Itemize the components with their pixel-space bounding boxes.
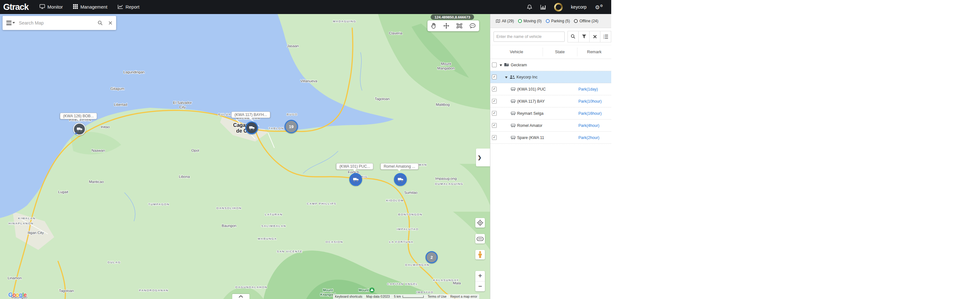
group-row[interactable]: Geckram bbox=[490, 59, 611, 71]
username[interactable]: keycorp bbox=[571, 5, 587, 9]
app-logo[interactable]: Gtrack bbox=[3, 2, 29, 12]
map-search-icon[interactable] bbox=[98, 21, 103, 25]
nav-management[interactable]: Management bbox=[73, 4, 108, 10]
zoom-out-button[interactable]: − bbox=[475, 281, 485, 292]
monitor-icon bbox=[40, 4, 45, 10]
map-place-label: DALWANGAN bbox=[405, 263, 430, 266]
map-base-layer: MADAGUINGBULUAMACABALANBUGOTABLONPOBLACI… bbox=[0, 14, 490, 299]
vehicle-marker[interactable] bbox=[245, 122, 258, 134]
vehicle-search-input[interactable] bbox=[493, 32, 565, 42]
map-place-label: Manticao bbox=[89, 180, 104, 184]
vehicle-label-bubble[interactable]: (KWA 117) BAYH... bbox=[231, 112, 270, 118]
move-icon[interactable] bbox=[444, 23, 449, 29]
vehicle-marker[interactable] bbox=[73, 123, 86, 136]
column-separator bbox=[542, 48, 543, 56]
pegman-icon bbox=[478, 251, 482, 258]
clear-button[interactable] bbox=[590, 31, 600, 43]
filter-all[interactable]: All (29) bbox=[496, 19, 514, 23]
vehicle-row[interactable]: ✓Romel AmatorPark(4hour) bbox=[490, 120, 611, 132]
row-checkbox[interactable]: ✓ bbox=[492, 99, 497, 104]
nav-report[interactable]: Report bbox=[118, 5, 140, 10]
map-place-label: SAN VICENTE bbox=[277, 250, 302, 253]
nav-monitor[interactable]: Monitor bbox=[40, 4, 63, 10]
vehicle-row[interactable]: ✓Reymart SelgaPark(16hour) bbox=[490, 108, 611, 120]
map-search-clear-icon[interactable] bbox=[108, 21, 112, 25]
vehicle-search-buttons: 123 bbox=[568, 31, 611, 43]
message-icon[interactable] bbox=[469, 23, 476, 28]
vehicle-label-bubble[interactable]: (KWA 126) BOB... bbox=[60, 113, 97, 119]
measure-button[interactable] bbox=[475, 234, 485, 244]
row-checkbox[interactable]: ✓ bbox=[492, 74, 497, 79]
vehicle-row[interactable]: ✓(KWA 101) PUCPark(1day) bbox=[490, 83, 611, 95]
vehicle-cluster-badge[interactable]: 2 bbox=[426, 251, 438, 263]
list-order-button[interactable]: 123 bbox=[600, 31, 611, 43]
tree-expand-caret[interactable] bbox=[505, 76, 508, 78]
filter-moving[interactable]: Moving (0) bbox=[518, 19, 542, 23]
column-vehicle[interactable]: Vehicle bbox=[510, 49, 523, 54]
map-place-label: TUMPAGON bbox=[148, 202, 170, 206]
map-place-label: Linamon bbox=[8, 276, 22, 280]
avatar[interactable] bbox=[554, 3, 563, 11]
map-toolbar bbox=[428, 21, 479, 31]
vehicle-marker[interactable] bbox=[394, 173, 407, 186]
tree-expand-caret[interactable] bbox=[500, 64, 502, 66]
parking-status-icon bbox=[546, 19, 550, 23]
row-checkbox[interactable]: ✓ bbox=[492, 87, 497, 92]
filter-parking[interactable]: Parking (5) bbox=[546, 19, 570, 23]
map-menu-icon[interactable] bbox=[6, 21, 15, 25]
topbar-right: keycorp ⚙⚙ bbox=[527, 3, 611, 11]
keyboard-shortcuts-link[interactable]: Keyboard shortcuts bbox=[333, 294, 364, 299]
vehicle-table-header: Vehicle State Remark bbox=[490, 45, 611, 59]
row-remark-link[interactable]: Park(4hour) bbox=[578, 123, 600, 128]
column-remark[interactable]: Remark bbox=[587, 49, 601, 54]
row-checkbox[interactable]: ✓ bbox=[492, 123, 497, 128]
row-remark-link[interactable]: Park(10hour) bbox=[578, 99, 601, 104]
vehicle-label-bubble[interactable]: Romel Amatong ... bbox=[380, 163, 418, 169]
stats-icon[interactable] bbox=[540, 5, 546, 9]
map-canvas[interactable]: MADAGUINGBULUAMACABALANBUGOTABLONPOBLACI… bbox=[0, 14, 490, 299]
search-button[interactable] bbox=[568, 31, 579, 43]
search-icon bbox=[571, 34, 576, 39]
row-remark-link[interactable]: Park(2hour) bbox=[578, 136, 600, 140]
cogs-icon[interactable]: ⚙⚙ bbox=[595, 4, 603, 10]
zoom-in-button[interactable]: + bbox=[475, 271, 485, 281]
map-search-box bbox=[3, 16, 116, 30]
status-filter-bar: All (29) Moving (0) Parking (5) Offline … bbox=[490, 14, 611, 28]
line-chart-icon bbox=[118, 5, 123, 10]
vehicle-marker[interactable] bbox=[349, 173, 362, 186]
marquee-icon[interactable] bbox=[457, 23, 462, 28]
map-place-label: TABLON bbox=[269, 127, 284, 130]
locate-button[interactable] bbox=[475, 218, 485, 228]
filter-parking-label: Parking (5) bbox=[551, 19, 570, 23]
group-row[interactable]: ✓Keycorp Inc bbox=[490, 71, 611, 83]
row-checkbox[interactable]: ✓ bbox=[492, 135, 497, 140]
report-map-error-link[interactable]: Report a map error bbox=[449, 294, 479, 299]
hand-icon[interactable] bbox=[431, 23, 436, 29]
map-place-label: City bbox=[179, 105, 186, 109]
panel-collapse-handle[interactable]: ❯ bbox=[476, 149, 490, 166]
row-checkbox[interactable]: ✓ bbox=[492, 111, 497, 116]
truck-icon bbox=[511, 112, 515, 115]
map-place-label: BONTONGON bbox=[398, 213, 422, 216]
column-state[interactable]: State bbox=[555, 49, 565, 54]
bottom-panel-expander[interactable] bbox=[232, 294, 250, 299]
google-logo[interactable]: Google bbox=[8, 292, 27, 298]
filter-offline[interactable]: Offline (24) bbox=[574, 19, 598, 23]
map-place-label: Mount bbox=[441, 62, 452, 66]
vehicle-label-bubble[interactable]: (KWA 101) PUC... bbox=[336, 163, 373, 169]
bell-icon[interactable] bbox=[527, 5, 532, 10]
vehicle-search-row: 123 bbox=[490, 28, 611, 45]
people-icon bbox=[509, 75, 515, 79]
pegman-button[interactable] bbox=[475, 250, 485, 259]
truck-icon bbox=[511, 136, 515, 139]
terms-of-use-link[interactable]: Terms of Use bbox=[426, 294, 449, 299]
vehicle-row[interactable]: ✓(KWA 117) BAYPark(10hour) bbox=[490, 95, 611, 108]
row-remark-link[interactable]: Park(1day) bbox=[578, 87, 598, 92]
row-remark-link[interactable]: Park(16hour) bbox=[578, 111, 601, 116]
filter-button[interactable] bbox=[579, 31, 590, 43]
map-search-input[interactable] bbox=[18, 20, 94, 26]
vehicle-row[interactable]: ✓Spare (KWA 11Park(2hour) bbox=[490, 132, 611, 144]
vehicle-cluster-badge[interactable]: 19 bbox=[285, 120, 298, 133]
map-place-label: Lugait bbox=[58, 190, 68, 194]
row-checkbox[interactable] bbox=[492, 62, 497, 67]
